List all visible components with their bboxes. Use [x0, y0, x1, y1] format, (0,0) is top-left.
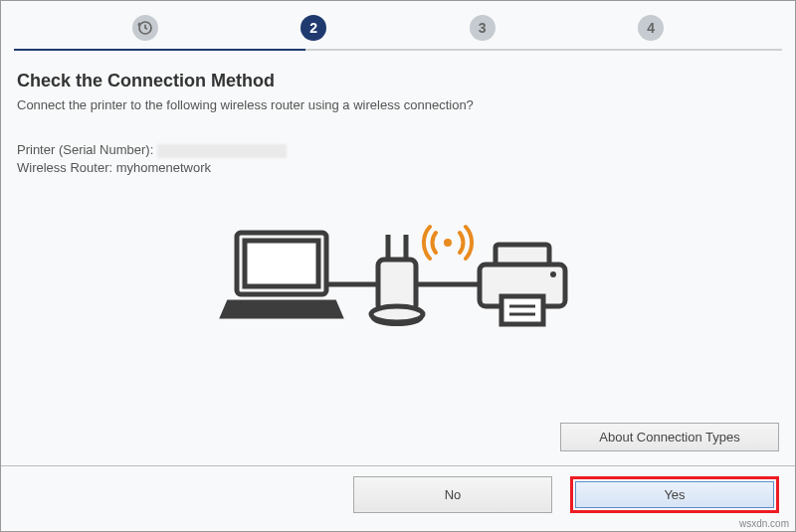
router-label: Wireless Router:: [17, 160, 116, 175]
step-indicator: 2 3 4: [1, 1, 795, 51]
svg-point-8: [371, 306, 423, 322]
router-name-value: myhomenetwork: [116, 160, 211, 175]
svg-rect-2: [245, 241, 318, 286]
about-row: About Connection Types: [560, 423, 779, 451]
step-1: [132, 15, 158, 41]
content-area: Check the Connection Method Connect the …: [1, 51, 795, 364]
step-3: 3: [470, 15, 496, 41]
no-button[interactable]: No: [353, 476, 552, 513]
footer-actions: No Yes: [1, 465, 795, 513]
step-2: 2: [300, 15, 326, 41]
yes-button[interactable]: Yes: [575, 481, 774, 508]
watermark: wsxdn.com: [739, 518, 789, 529]
router-info: Wireless Router: myhomenetwork: [17, 160, 779, 175]
network-diagram-icon: [219, 215, 577, 364]
printer-label: Printer (Serial Number):: [17, 142, 157, 157]
printer-serial-value: [157, 144, 287, 158]
svg-rect-6: [378, 260, 416, 311]
yes-highlight: Yes: [570, 476, 779, 513]
connection-illustration: [17, 215, 779, 364]
page-subtitle: Connect the printer to the following wir…: [17, 97, 779, 112]
svg-point-13: [550, 271, 556, 277]
page-title: Check the Connection Method: [17, 71, 779, 91]
step-4: 4: [638, 15, 664, 41]
clock-icon: [137, 20, 153, 36]
svg-point-9: [444, 239, 452, 247]
printer-info: Printer (Serial Number):: [17, 142, 779, 158]
about-connection-types-button[interactable]: About Connection Types: [560, 423, 779, 451]
svg-rect-14: [501, 296, 543, 324]
